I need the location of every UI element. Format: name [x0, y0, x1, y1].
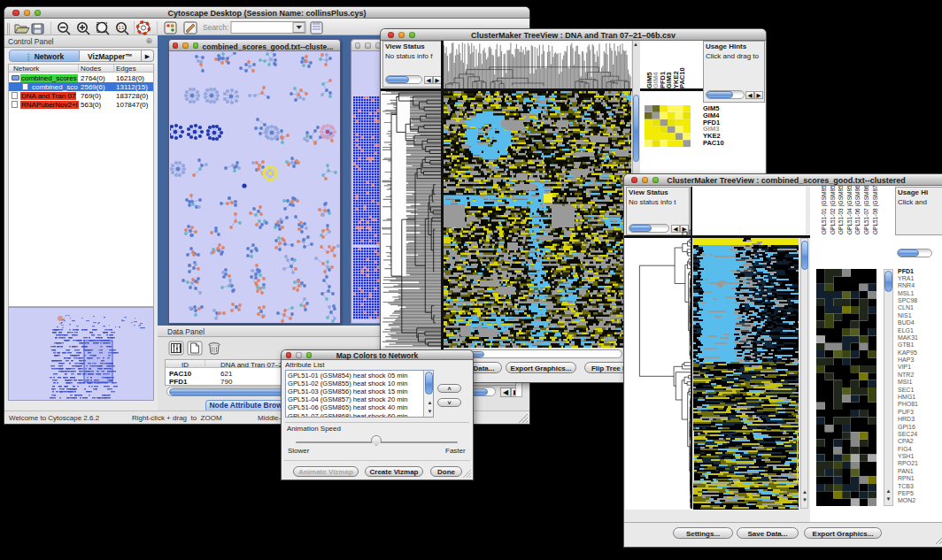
- svg-text:1:1: 1:1: [119, 26, 125, 30]
- svg-text:Search:: Search:: [203, 23, 228, 32]
